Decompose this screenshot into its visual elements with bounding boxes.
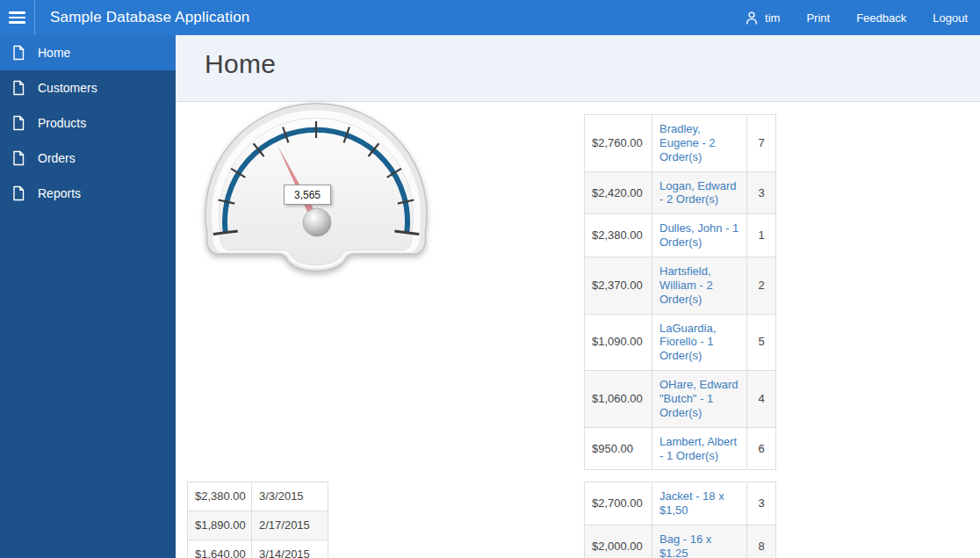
sidebar-item-reports[interactable]: Reports (0, 176, 176, 211)
amount-cell: $950.00 (585, 427, 652, 470)
amount-cell: $1,890.00 (188, 511, 252, 540)
customer-link[interactable]: Dulles, John - 1 Order(s) (652, 214, 747, 257)
amount-cell: $2,420.00 (585, 171, 652, 214)
amount-cell: $2,380.00 (585, 214, 652, 257)
table-row: $2,420.00 Logan, Edward - 2 Order(s) 3 (585, 171, 776, 214)
sidebar-item-products[interactable]: Products (0, 105, 176, 141)
sidebar-item-home[interactable]: Home (0, 35, 176, 70)
count-cell: 8 (747, 525, 776, 558)
sidebar-item-label: Orders (38, 151, 76, 165)
print-link[interactable]: Print (806, 11, 830, 25)
main-content: Home (176, 35, 980, 558)
amount-cell: $1,090.00 (585, 314, 652, 371)
count-cell: 3 (747, 171, 776, 214)
table-row: $2,380.00 Dulles, John - 1 Order(s) 1 (585, 214, 776, 257)
person-icon (745, 11, 759, 25)
amount-cell: $1,060.00 (585, 371, 652, 428)
customer-link[interactable]: Bradley, Eugene - 2 Order(s) (652, 115, 747, 172)
sidebar-item-label: Reports (38, 186, 81, 200)
date-cell: 3/14/2015 (252, 540, 328, 558)
document-icon (11, 185, 25, 201)
product-link[interactable]: Jacket - 18 x $1,50 (652, 482, 747, 525)
count-cell: 1 (747, 214, 776, 257)
gauge-knob (303, 208, 331, 236)
table-row: $2,370.00 Hartsfield, William - 2 Order(… (585, 257, 776, 315)
recent-orders-table: $2,380.00 3/3/2015 $1,890.00 2/17/2015 $… (187, 482, 328, 558)
customer-link[interactable]: Logan, Edward - 2 Order(s) (652, 171, 747, 214)
date-cell: 2/17/2015 (252, 511, 328, 540)
document-icon (11, 115, 25, 131)
customer-link[interactable]: OHare, Edward "Butch" - 1 Order(s) (652, 371, 747, 428)
hamburger-menu-icon[interactable] (0, 0, 35, 35)
customer-link[interactable]: Lambert, Albert - 1 Order(s) (652, 427, 747, 470)
top-customers-table: $2,760.00 Bradley, Eugene - 2 Order(s) 7… (584, 114, 776, 470)
header-actions: tim Print Feedback Logout (745, 11, 980, 25)
sidebar-item-orders[interactable]: Orders (0, 141, 176, 176)
orders-gauge-widget: 3,565 (204, 105, 430, 278)
sidebar-item-label: Customers (38, 81, 97, 95)
app-title: Sample Database Application (50, 9, 250, 26)
document-icon (11, 45, 25, 61)
customer-link[interactable]: Hartsfield, William - 2 Order(s) (652, 257, 747, 315)
table-row: $1,090.00 LaGuardia, Fiorello - 1 Order(… (585, 314, 776, 371)
table-row: $1,890.00 2/17/2015 (188, 511, 328, 540)
amount-cell: $2,380.00 (188, 482, 252, 511)
count-cell: 2 (747, 257, 776, 315)
top-header-bar: Sample Database Application tim Print Fe… (0, 0, 980, 35)
amount-cell: $2,760.00 (585, 115, 652, 172)
page-title: Home (205, 49, 276, 79)
count-cell: 3 (747, 482, 776, 525)
count-cell: 7 (747, 115, 776, 172)
application-window: Sample Database Application tim Print Fe… (0, 0, 980, 558)
sidebar-item-label: Home (38, 46, 70, 60)
sidebar-item-customers[interactable]: Customers (0, 70, 176, 105)
top-products-table: $2,700.00 Jacket - 18 x $1,50 3 $2,000.0… (584, 482, 776, 558)
count-cell: 5 (747, 314, 776, 371)
amount-cell: $2,700.00 (585, 482, 652, 525)
amount-cell: $2,000.00 (585, 525, 652, 558)
amount-cell: $1,640.00 (188, 540, 252, 558)
table-row: $1,640.00 3/14/2015 (188, 540, 328, 558)
page-title-band: Home (176, 35, 980, 102)
table-row: $2,700.00 Jacket - 18 x $1,50 3 (585, 482, 776, 525)
customer-link[interactable]: LaGuardia, Fiorello - 1 Order(s) (652, 314, 747, 371)
table-row: $1,060.00 OHare, Edward "Butch" - 1 Orde… (585, 371, 776, 428)
document-icon (11, 150, 25, 166)
logout-link[interactable]: Logout (933, 11, 968, 25)
product-link[interactable]: Bag - 16 x $1.25 (652, 525, 747, 558)
table-row: $950.00 Lambert, Albert - 1 Order(s) 6 (585, 427, 776, 470)
user-name: tim (765, 11, 780, 25)
table-row: $2,760.00 Bradley, Eugene - 2 Order(s) 7 (585, 115, 776, 172)
table-row: $2,000.00 Bag - 16 x $1.25 8 (585, 525, 776, 558)
count-cell: 6 (747, 427, 776, 470)
sidebar-item-label: Products (38, 116, 86, 130)
date-cell: 3/3/2015 (252, 482, 328, 511)
user-menu[interactable]: tim (745, 11, 780, 25)
amount-cell: $2,370.00 (585, 257, 652, 315)
table-row: $2,380.00 3/3/2015 (188, 482, 328, 511)
gauge-value-label: 3,565 (284, 185, 331, 205)
document-icon (11, 80, 25, 96)
count-cell: 4 (747, 371, 776, 428)
sidebar-nav: Home Customers Products Orders (0, 35, 176, 558)
feedback-link[interactable]: Feedback (856, 11, 906, 25)
